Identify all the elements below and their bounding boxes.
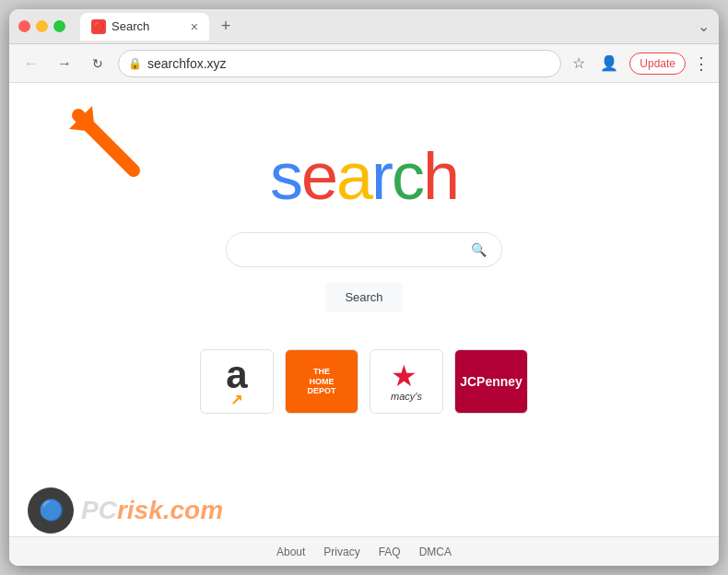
pcrisk-watermark: 🔵 PCrisk.com <box>28 487 223 534</box>
tab-favicon-icon: 🔴 <box>91 19 106 34</box>
shortcut-jcpenney[interactable]: JCPenney <box>454 349 528 414</box>
amazon-logo: a ↗ <box>226 356 247 408</box>
shortcut-macys[interactable]: ★ macy's <box>370 349 443 414</box>
shortcut-homedepot[interactable]: THEHOMEDEPOT <box>285 349 358 414</box>
jcpenney-logo-text: JCPenney <box>460 374 523 389</box>
lock-icon: 🔒 <box>128 57 142 70</box>
address-bar: ← → ↻ 🔒 searchfox.xyz ☆ 👤 Update ⋮ <box>9 44 719 83</box>
bookmark-icon[interactable]: ☆ <box>569 51 589 76</box>
logo-letter-e: e <box>301 139 336 213</box>
footer-link-about[interactable]: About <box>276 546 305 558</box>
amazon-smile-icon: ↗ <box>230 391 242 408</box>
search-button[interactable]: Search <box>325 282 402 312</box>
new-tab-button[interactable]: + <box>213 14 239 40</box>
footer-link-faq[interactable]: FAQ <box>379 546 401 558</box>
macys-text: macy's <box>391 391 422 402</box>
minimize-button[interactable] <box>36 20 48 32</box>
pcrisk-domain: risk.com <box>117 496 223 524</box>
title-bar: 🔴 Search × + ⌄ <box>9 9 719 44</box>
pcrisk-logo-icon: 🔵 <box>28 487 74 534</box>
close-button[interactable] <box>18 20 30 32</box>
macys-logo: ★ macy's <box>391 361 422 402</box>
search-input[interactable] <box>238 242 460 257</box>
logo-letter-s: s <box>270 139 301 213</box>
page-footer: About Privacy FAQ DMCA <box>9 536 719 566</box>
logo-letter-c: c <box>392 139 423 213</box>
window-controls <box>18 20 65 32</box>
url-text: searchfox.xyz <box>147 56 551 71</box>
tab-close-icon[interactable]: × <box>191 19 198 34</box>
tab-title: Search <box>112 19 149 33</box>
arrow-annotation <box>60 97 152 189</box>
active-tab[interactable]: 🔴 Search × <box>80 13 209 41</box>
homedepot-logo-text: THEHOMEDEPOT <box>307 367 335 396</box>
tab-menu-button[interactable]: ⌄ <box>698 18 710 35</box>
url-bar[interactable]: 🔒 searchfox.xyz <box>118 50 561 77</box>
shortcut-amazon[interactable]: a ↗ <box>200 349 274 414</box>
forward-button[interactable]: → <box>52 51 77 76</box>
logo-letter-a: a <box>336 139 371 213</box>
tab-bar: 🔴 Search × + ⌄ <box>80 13 710 41</box>
logo-letter-r: r <box>371 139 392 213</box>
maximize-button[interactable] <box>53 20 65 32</box>
reload-button[interactable]: ↻ <box>85 51 111 76</box>
back-button[interactable]: ← <box>18 51 44 76</box>
profile-icon[interactable]: 👤 <box>596 51 622 76</box>
browser-menu-icon[interactable]: ⋮ <box>693 53 710 74</box>
footer-link-dmca[interactable]: DMCA <box>419 546 452 558</box>
search-box[interactable]: 🔍 <box>226 232 502 267</box>
shortcuts-row: a ↗ THEHOMEDEPOT ★ macy's JCPenney <box>200 349 528 414</box>
page-content: search 🔍 Search a ↗ THEHOMEDEPOT <box>9 83 719 566</box>
search-logo: search <box>270 138 458 214</box>
amazon-a-letter: a <box>226 356 247 394</box>
browser-window: 🔴 Search × + ⌄ ← → ↻ 🔒 searchfox.xyz ☆ 👤… <box>9 9 719 566</box>
svg-marker-2 <box>69 106 95 132</box>
pcrisk-text: PCrisk.com <box>81 496 223 525</box>
footer-link-privacy[interactable]: Privacy <box>323 546 359 558</box>
search-icon[interactable]: 🔍 <box>467 239 490 261</box>
macys-star-icon: ★ <box>391 361 422 391</box>
update-button[interactable]: Update <box>629 53 686 75</box>
logo-letter-h: h <box>423 139 458 213</box>
